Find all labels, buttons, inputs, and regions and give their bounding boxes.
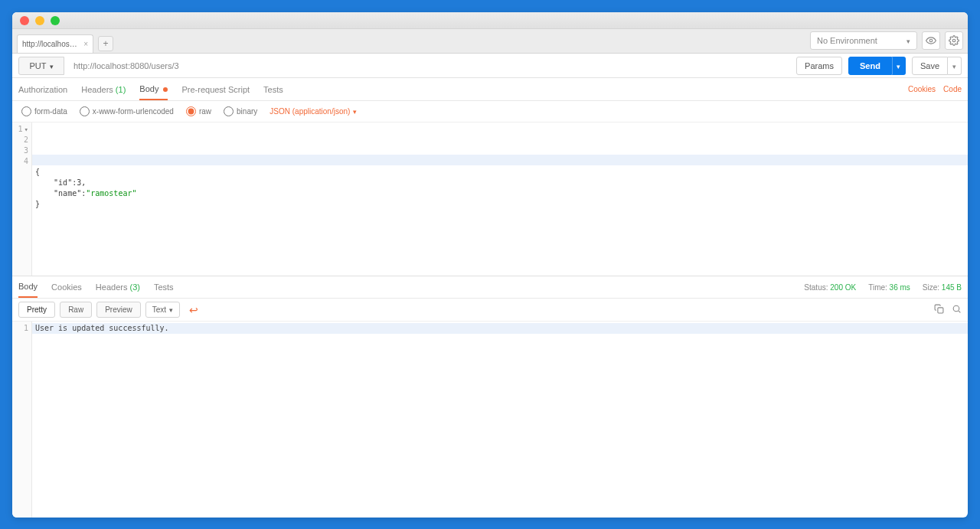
caret-down-icon <box>50 61 54 70</box>
request-tab[interactable]: http://localhost:8080/ × <box>17 34 93 53</box>
tab-prerequest[interactable]: Pre-request Script <box>181 80 250 100</box>
response-tool-row: Pretty Raw Preview Text ↩ <box>12 299 968 322</box>
close-tab-icon[interactable]: × <box>83 40 88 48</box>
request-url-input[interactable]: http://localhost:8080/users/3 <box>70 61 790 70</box>
resp-format-select[interactable]: Text <box>145 302 180 318</box>
copy-response-button[interactable] <box>934 304 944 315</box>
request-section-tabs: Authorization Headers (1) Body Pre-reque… <box>12 78 968 101</box>
new-tab-button[interactable]: + <box>98 36 113 51</box>
resp-tab-tests[interactable]: Tests <box>154 277 174 297</box>
search-response-button[interactable] <box>952 304 962 315</box>
tabs-bar: http://localhost:8080/ × + No Environmen… <box>12 29 968 54</box>
radio-raw[interactable]: raw <box>186 106 211 116</box>
gear-icon <box>949 35 959 46</box>
caret-down-icon <box>952 61 956 70</box>
save-options-button[interactable] <box>948 57 962 75</box>
code-link[interactable]: Code <box>943 85 962 93</box>
body-type-row: form-data x-www-form-urlencoded raw bina… <box>12 101 968 122</box>
radio-raw-label: raw <box>199 107 211 116</box>
tab-authorization[interactable]: Authorization <box>18 80 67 100</box>
caret-down-icon <box>169 305 173 314</box>
content-type-select[interactable]: JSON (application/json) <box>270 107 357 116</box>
save-button[interactable]: Save <box>912 57 948 75</box>
radio-x-www-form-urlencoded[interactable]: x-www-form-urlencoded <box>80 106 174 116</box>
tab-headers[interactable]: Headers (1) <box>81 80 126 100</box>
environment-selected-label: No Environment <box>817 36 877 45</box>
settings-button[interactable] <box>945 31 963 50</box>
content-type-label: JSON (application/json) <box>270 107 350 116</box>
response-line-1: User is updated successfully. <box>35 324 169 332</box>
response-status: Status: 200 OK <box>804 283 856 292</box>
resp-tab-cookies[interactable]: Cookies <box>51 277 82 297</box>
tab-tests[interactable]: Tests <box>263 80 283 100</box>
code-line-4: } <box>35 200 40 208</box>
caret-down-icon <box>897 61 900 70</box>
titlebar <box>12 12 968 29</box>
window-maximize-button[interactable] <box>51 16 60 25</box>
response-code-area: User is updated successfully. <box>32 322 172 518</box>
code-line-1: { <box>35 168 40 176</box>
copy-icon <box>934 304 944 314</box>
resp-view-pretty[interactable]: Pretty <box>18 302 55 318</box>
search-icon <box>952 304 962 314</box>
code-line-2-pre: "id": <box>35 178 77 187</box>
caret-down-icon <box>353 107 357 116</box>
eye-icon <box>926 35 936 46</box>
response-body-viewer[interactable]: 1 User is updated successfully. <box>12 322 968 518</box>
radio-x-www-label: x-www-form-urlencoded <box>93 107 174 116</box>
code-line-2-post: , <box>81 178 86 187</box>
radio-binary[interactable]: binary <box>224 106 257 116</box>
http-method-label: PUT <box>30 61 47 70</box>
resp-tab-body[interactable]: Body <box>18 276 38 298</box>
response-size: Size: 145 B <box>923 283 962 292</box>
request-body-editor[interactable]: 1▾ 2 3 4 { "id":3, "name":"ramostear" } <box>12 122 968 276</box>
http-method-select[interactable]: PUT <box>18 57 64 75</box>
send-options-button[interactable] <box>892 57 906 75</box>
svg-rect-2 <box>938 308 943 313</box>
resp-tab-headers[interactable]: Headers (3) <box>96 277 140 297</box>
app-window: http://localhost:8080/ × + No Environmen… <box>12 12 968 518</box>
tab-body-label: Body <box>139 84 158 93</box>
response-line-highlight <box>32 323 968 334</box>
request-bar: PUT http://localhost:8080/users/3 Params… <box>12 54 968 78</box>
response-section-tabs: Body Cookies Headers (3) Tests Status: 2… <box>12 276 968 299</box>
window-minimize-button[interactable] <box>35 16 44 25</box>
response-time: Time: 36 ms <box>868 283 910 292</box>
code-line-3-pre: "name": <box>35 189 86 198</box>
cookies-link[interactable]: Cookies <box>908 85 936 93</box>
request-tab-label: http://localhost:8080/ <box>22 40 79 48</box>
resp-tab-headers-label: Headers <box>96 282 128 292</box>
radio-form-data-label: form-data <box>34 107 67 116</box>
environment-preview-button[interactable] <box>922 31 940 50</box>
window-close-button[interactable] <box>20 16 29 25</box>
editor-code-area[interactable]: { "id":3, "name":"ramostear" } <box>32 122 968 276</box>
environment-select[interactable]: No Environment <box>810 31 917 50</box>
tab-headers-label: Headers <box>81 85 113 94</box>
tab-body[interactable]: Body <box>139 79 168 100</box>
tab-headers-count: (1) <box>116 85 126 94</box>
wrap-lines-button[interactable]: ↩ <box>189 304 198 316</box>
unsaved-dot-icon <box>163 87 168 92</box>
svg-point-0 <box>929 39 933 42</box>
resp-tab-headers-count: (3) <box>129 282 139 292</box>
params-button[interactable]: Params <box>796 57 842 75</box>
resp-view-raw[interactable]: Raw <box>60 302 92 318</box>
resp-format-label: Text <box>152 305 166 314</box>
svg-point-3 <box>953 305 959 312</box>
svg-point-1 <box>952 39 956 42</box>
resp-view-preview[interactable]: Preview <box>96 302 141 318</box>
editor-gutter: 1▾ 2 3 4 <box>12 122 32 276</box>
response-gutter: 1 <box>12 322 32 518</box>
code-line-3-val: "ramostear" <box>86 189 136 198</box>
radio-binary-label: binary <box>237 107 257 116</box>
send-button[interactable]: Send <box>848 57 892 75</box>
svg-line-4 <box>959 311 960 312</box>
caret-down-icon <box>906 36 910 45</box>
radio-form-data[interactable]: form-data <box>21 106 67 116</box>
